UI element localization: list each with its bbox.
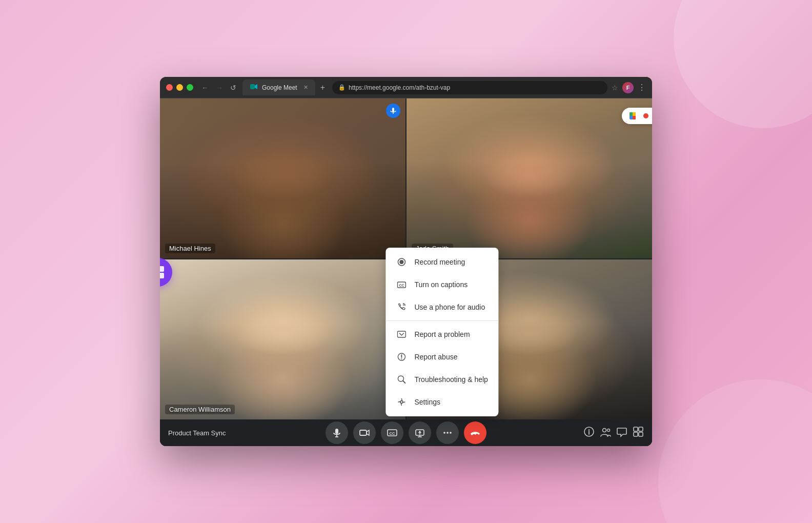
record-label: Record meeting [414,258,465,266]
menu-item-troubleshoot[interactable]: Troubleshooting & help [385,368,498,391]
menu-divider-1 [385,320,498,321]
new-tab-button[interactable]: + [317,84,328,92]
svg-rect-24 [335,429,338,434]
svg-point-35 [443,432,445,434]
participant-name-1: Michael Hines [165,244,215,253]
rec-badge: REC [622,108,652,124]
phone-icon [396,301,407,313]
svg-point-36 [446,432,449,434]
record-icon [396,256,407,268]
address-bar[interactable]: 🔒 https://meet.google.com/ath-bzut-vap [332,81,607,94]
captions-button[interactable]: CC [381,421,403,444]
controls-right [583,426,644,440]
meet-content: REC Michael Hines [160,98,652,446]
svg-rect-5 [160,273,164,278]
tab-close-button[interactable]: ✕ [303,84,308,91]
url-text: https://meet.google.com/ath-bzut-vap [349,84,450,91]
browser-tab[interactable]: Google Meet ✕ [242,79,315,95]
present-button[interactable] [409,421,431,444]
svg-point-13 [399,260,403,264]
tab-title: Google Meet [262,84,297,91]
svg-text:CC: CC [390,431,395,436]
refresh-button[interactable]: ↺ [228,83,238,93]
svg-rect-10 [392,108,394,112]
participant-name-3: Cameron Williamson [165,405,235,414]
settings-icon [396,396,407,408]
activities-button[interactable] [633,426,644,440]
menu-item-record[interactable]: Record meeting [385,251,498,273]
report-abuse-label: Report abuse [414,353,457,361]
captions-icon: CC [396,279,407,290]
lock-icon: 🔒 [338,84,346,91]
menu-icon[interactable]: ⋮ [638,83,646,92]
info-button[interactable] [583,426,595,440]
svg-rect-0 [250,84,255,89]
svg-point-23 [400,401,403,404]
bookmark-icon[interactable]: ☆ [612,84,618,92]
menu-item-captions[interactable]: CC Turn on captions [385,273,498,296]
end-call-button[interactable] [464,421,486,444]
chat-button[interactable] [616,426,627,440]
traffic-lights [166,84,193,91]
svg-rect-46 [639,432,643,436]
svg-rect-9 [633,116,636,119]
menu-item-report-abuse[interactable]: Report abuse [385,346,498,368]
tab-favicon [250,83,258,92]
browser-actions: ☆ F ⋮ [612,82,646,93]
svg-point-19 [401,358,402,359]
browser-window: ← → ↺ Google Meet ✕ + 🔒 https://meet.goo… [160,77,652,446]
svg-point-41 [603,428,606,432]
svg-rect-43 [634,427,638,431]
svg-point-39 [588,429,590,430]
captions-label: Turn on captions [414,280,468,289]
context-menu: Record meeting CC Turn on captions [385,248,498,416]
rec-indicator [643,113,648,118]
video-tile-2: Jada Smith [407,98,652,258]
menu-item-settings[interactable]: Settings [385,391,498,413]
svg-rect-45 [634,432,638,436]
report-problem-label: Report a problem [414,330,470,338]
participants-button[interactable] [600,426,611,440]
video-tile-3: Cameron Williamson [160,259,405,419]
minimize-button[interactable] [176,84,183,91]
troubleshoot-label: Troubleshooting & help [414,375,488,384]
svg-rect-3 [160,266,164,272]
forward-button[interactable]: → [214,83,225,93]
svg-rect-44 [639,427,643,431]
phone-label: Use a phone for audio [414,303,485,311]
mic-active-icon [386,104,400,118]
menu-item-report-problem[interactable]: Report a problem [385,323,498,346]
svg-line-21 [403,381,405,384]
svg-text:CC: CC [399,284,404,287]
report-abuse-icon [396,351,407,363]
menu-item-phone[interactable]: Use a phone for audio [385,296,498,318]
video-tile-1: Michael Hines [160,98,405,258]
browser-chrome: ← → ↺ Google Meet ✕ + 🔒 https://meet.goo… [160,77,652,98]
svg-marker-1 [255,84,257,89]
more-options-button[interactable] [436,421,459,444]
browser-navigation: ← → ↺ [199,83,238,93]
svg-point-37 [450,432,452,434]
close-button[interactable] [166,84,173,91]
profile-avatar[interactable]: F [622,82,634,93]
meeting-title-area: Product Team Sync [168,428,226,437]
meet-controls: Product Team Sync [160,419,652,446]
camera-button[interactable] [353,421,376,444]
svg-point-42 [607,429,610,431]
microphone-button[interactable] [326,421,348,444]
settings-label: Settings [414,398,440,406]
troubleshoot-icon [396,374,407,385]
svg-rect-16 [397,331,405,337]
meeting-title: Product Team Sync [168,429,226,437]
back-button[interactable]: ← [199,83,211,93]
report-problem-icon [396,329,407,340]
svg-rect-27 [360,430,367,435]
maximize-button[interactable] [187,84,193,91]
controls-center: CC [326,421,486,444]
